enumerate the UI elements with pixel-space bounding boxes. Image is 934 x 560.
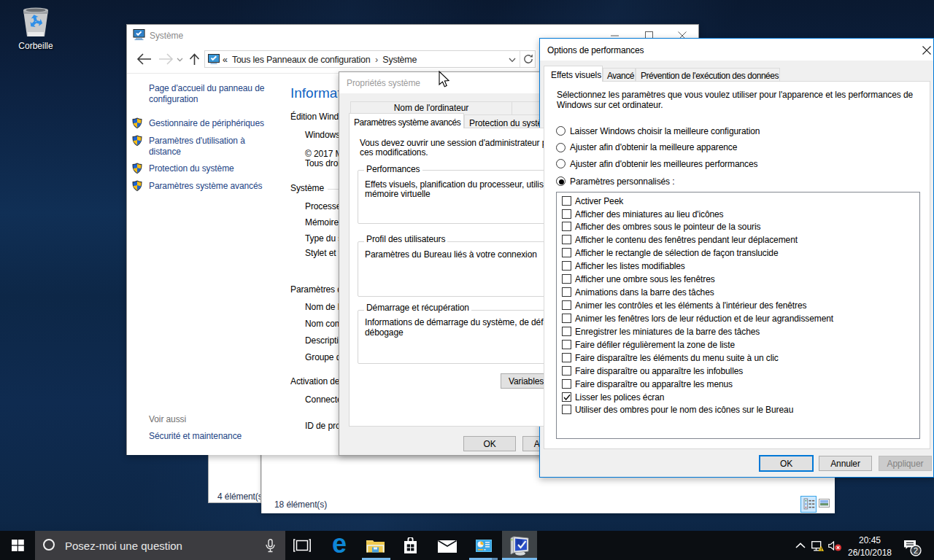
svg-text:2: 2 <box>914 546 918 555</box>
svg-text:e: e <box>332 534 347 554</box>
